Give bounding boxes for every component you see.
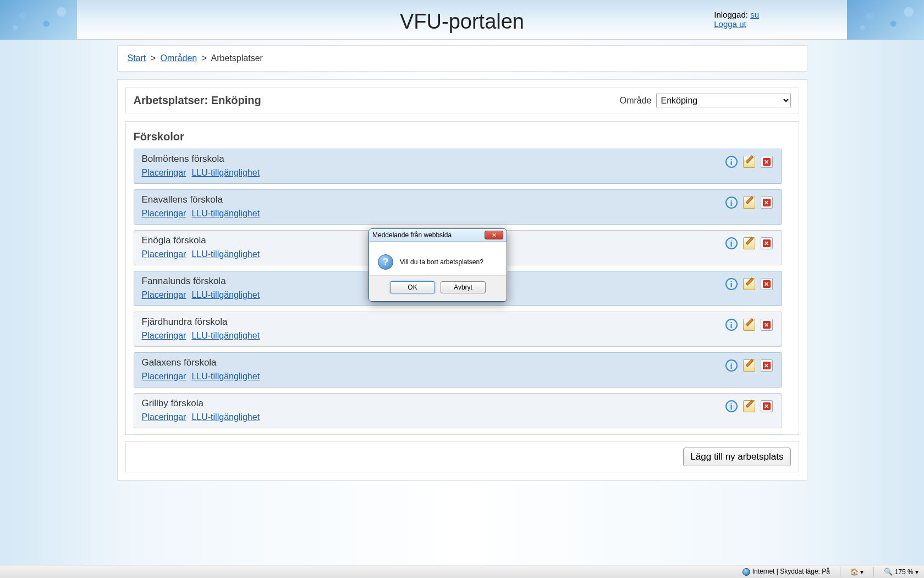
placements-link[interactable]: Placeringar bbox=[142, 249, 186, 259]
breadcrumb-areas[interactable]: Områden bbox=[161, 53, 197, 63]
statusbar-tools-icon[interactable]: 🏠 ▾ bbox=[850, 568, 864, 576]
delete-button[interactable]: ✕ bbox=[760, 399, 774, 413]
edit-button[interactable] bbox=[742, 358, 756, 373]
area-label: Område bbox=[620, 96, 652, 106]
placements-link[interactable]: Placeringar bbox=[142, 372, 186, 381]
info-button[interactable]: i bbox=[724, 236, 739, 250]
info-icon: i bbox=[725, 319, 738, 331]
header-decor-right bbox=[847, 0, 924, 40]
delete-button[interactable]: ✕ bbox=[760, 277, 774, 291]
section-heading: Förskolor bbox=[134, 130, 782, 143]
zoom-level[interactable]: 🔍 175 % ▾ bbox=[884, 568, 919, 576]
info-icon: i bbox=[725, 278, 738, 290]
edit-button[interactable] bbox=[742, 318, 756, 332]
llu-availability-link[interactable]: LLU-tillgänglighet bbox=[191, 412, 260, 422]
breadcrumb-start[interactable]: Start bbox=[128, 53, 146, 63]
edit-icon bbox=[743, 156, 755, 168]
breadcrumb: Start > Områden > Arbetsplatser bbox=[117, 45, 807, 72]
dialog-close-button[interactable]: ✕ bbox=[485, 231, 503, 239]
edit-icon bbox=[743, 319, 755, 331]
logout-link[interactable]: Logga ut bbox=[714, 19, 746, 29]
dialog-title: Meddelande från webbsida bbox=[372, 231, 452, 239]
info-button[interactable]: i bbox=[724, 358, 739, 373]
workplace-name: Enavallens förskola bbox=[142, 194, 266, 205]
edit-button[interactable] bbox=[742, 195, 756, 210]
llu-availability-link[interactable]: LLU-tillgänglighet bbox=[191, 168, 260, 177]
placements-link[interactable]: Placeringar bbox=[142, 331, 186, 340]
delete-icon: ✕ bbox=[761, 278, 773, 290]
edit-icon bbox=[743, 278, 755, 290]
logged-in-label: Inloggad: bbox=[714, 10, 748, 19]
info-icon: i bbox=[725, 197, 738, 209]
title-row: Arbetsplatser: Enköping Område Enköping bbox=[125, 88, 799, 113]
zoom-icon: 🔍 bbox=[884, 568, 893, 576]
area-selector: Område Enköping bbox=[620, 94, 791, 107]
workplace-row: Grillby förskolaPlaceringarLLU-tillgängl… bbox=[134, 393, 782, 428]
workplace-row: Gröngarns förskolaPlaceringarLLU-tillgän… bbox=[134, 434, 782, 435]
app-header: VFU-portalen Inloggad: su Logga ut bbox=[0, 0, 924, 40]
placements-link[interactable]: Placeringar bbox=[142, 290, 186, 299]
edit-icon bbox=[743, 400, 755, 412]
dialog-ok-button[interactable]: OK bbox=[390, 281, 435, 293]
info-button[interactable]: i bbox=[724, 318, 739, 332]
delete-icon: ✕ bbox=[761, 156, 773, 168]
delete-button[interactable]: ✕ bbox=[760, 318, 774, 332]
globe-icon bbox=[743, 568, 750, 576]
info-button[interactable]: i bbox=[724, 155, 739, 169]
edit-icon bbox=[743, 359, 755, 372]
workplace-row: Fjärdhundra förskolaPlaceringarLLU-tillg… bbox=[134, 312, 782, 347]
area-dropdown[interactable]: Enköping bbox=[656, 94, 791, 107]
dialog-cancel-button[interactable]: Avbryt bbox=[441, 281, 486, 293]
security-zone: Internet | Skyddat läge: På bbox=[743, 568, 830, 576]
edit-button[interactable] bbox=[742, 399, 756, 413]
workplace-name: Bolmörtens förskola bbox=[142, 154, 266, 165]
placements-link[interactable]: Placeringar bbox=[142, 209, 186, 218]
workplace-name: Grillby förskola bbox=[142, 398, 266, 409]
delete-icon: ✕ bbox=[761, 197, 773, 209]
info-button[interactable]: i bbox=[724, 277, 739, 291]
dialog-message: Vill du ta bort arbetsplatsen? bbox=[400, 258, 483, 266]
workplace-name: Galaxens förskola bbox=[142, 357, 266, 368]
info-icon: i bbox=[725, 237, 738, 249]
delete-button[interactable]: ✕ bbox=[760, 155, 774, 169]
llu-availability-link[interactable]: LLU-tillgänglighet bbox=[191, 331, 260, 340]
dialog-titlebar: Meddelande från webbsida ✕ bbox=[369, 229, 507, 242]
workplace-row: Galaxens förskolaPlaceringarLLU-tillgäng… bbox=[134, 352, 782, 388]
delete-icon: ✕ bbox=[761, 400, 773, 412]
workplace-name: Fannalunds förskola bbox=[142, 276, 266, 287]
llu-availability-link[interactable]: LLU-tillgänglighet bbox=[191, 249, 260, 259]
info-button[interactable]: i bbox=[724, 195, 739, 210]
statusbar: Internet | Skyddat läge: På 🏠 ▾ 🔍 175 % … bbox=[0, 565, 924, 578]
header-user-block: Inloggad: su Logga ut bbox=[714, 10, 759, 29]
app-title: VFU-portalen bbox=[0, 0, 924, 34]
edit-button[interactable] bbox=[742, 236, 756, 250]
edit-button[interactable] bbox=[742, 155, 756, 169]
info-button[interactable]: i bbox=[724, 399, 739, 413]
placements-link[interactable]: Placeringar bbox=[142, 168, 186, 177]
placements-link[interactable]: Placeringar bbox=[142, 412, 186, 422]
question-icon: ? bbox=[378, 254, 393, 270]
delete-button[interactable]: ✕ bbox=[760, 195, 774, 210]
page-title: Arbetsplatser: Enköping bbox=[134, 94, 261, 107]
llu-availability-link[interactable]: LLU-tillgänglighet bbox=[191, 290, 260, 299]
edit-button[interactable] bbox=[742, 277, 756, 291]
llu-availability-link[interactable]: LLU-tillgänglighet bbox=[191, 372, 260, 381]
workplace-name: Enögla förskola bbox=[142, 235, 266, 246]
breadcrumb-current: Arbetsplatser bbox=[211, 53, 263, 63]
workplace-row: Bolmörtens förskolaPlaceringarLLU-tillgä… bbox=[134, 149, 782, 184]
info-icon: i bbox=[725, 156, 738, 168]
workplace-name: Fjärdhundra förskola bbox=[142, 317, 266, 328]
delete-button[interactable]: ✕ bbox=[760, 236, 774, 250]
edit-icon bbox=[743, 237, 755, 249]
delete-button[interactable]: ✕ bbox=[760, 358, 774, 373]
llu-availability-link[interactable]: LLU-tillgänglighet bbox=[191, 209, 260, 218]
header-decor-left bbox=[0, 0, 77, 40]
info-icon: i bbox=[725, 400, 738, 412]
delete-icon: ✕ bbox=[761, 237, 773, 249]
workplace-row: Enavallens förskolaPlaceringarLLU-tillgä… bbox=[134, 189, 782, 225]
confirm-dialog: Meddelande från webbsida ✕ ? Vill du ta … bbox=[369, 228, 507, 302]
delete-icon: ✕ bbox=[761, 359, 773, 372]
add-workplace-button[interactable]: Lägg till ny arbetsplats bbox=[683, 448, 790, 466]
user-link[interactable]: su bbox=[750, 10, 759, 19]
edit-icon bbox=[743, 197, 755, 209]
